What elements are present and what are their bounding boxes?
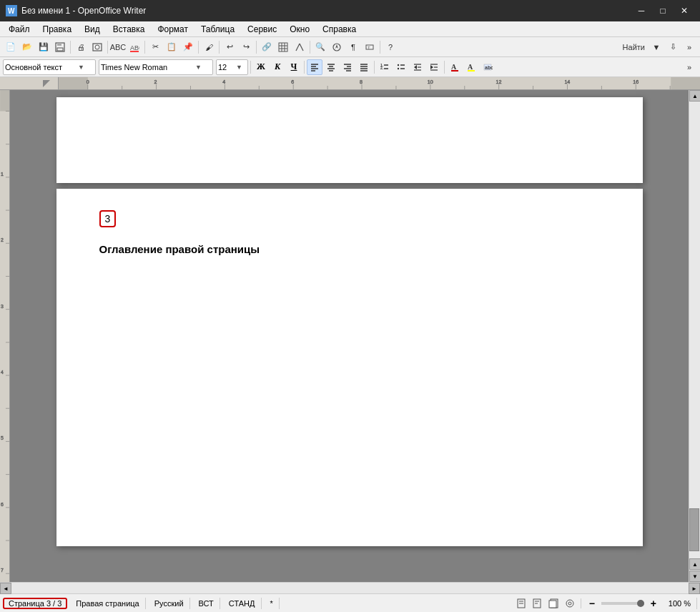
font-dropdown[interactable]: Times New Roman ▼: [99, 59, 213, 75]
toolbar-separator-5: [219, 41, 220, 54]
font-color-button[interactable]: A: [447, 59, 463, 75]
scroll-down-button[interactable]: ▼: [689, 571, 700, 582]
zoom-slider-area[interactable]: [601, 602, 644, 605]
open-button[interactable]: 📂: [19, 39, 35, 55]
doc-icon-3[interactable]: [548, 597, 561, 610]
toolbar2-expand[interactable]: »: [681, 59, 697, 75]
titlebar: W Без имени 1 - OpenOffice Writer ─ □ ✕: [0, 0, 700, 21]
italic-button[interactable]: К: [270, 59, 285, 75]
menu-help[interactable]: Справка: [317, 23, 362, 36]
menu-file[interactable]: Файл: [3, 23, 36, 36]
app-icon: W: [6, 5, 17, 16]
zoom-slider[interactable]: [601, 602, 644, 605]
style-dropdown[interactable]: Основной текст ▼: [3, 59, 96, 75]
format-separator-2: [304, 61, 305, 74]
toolbar-separator-8: [380, 41, 380, 54]
extra-button[interactable]: ⇩: [665, 39, 681, 55]
svg-text:10: 10: [428, 79, 433, 84]
unordered-list-button[interactable]: [393, 59, 409, 75]
status-right: − + 100 %: [516, 597, 697, 610]
underline-button[interactable]: Ч: [286, 59, 302, 75]
print-preview-button[interactable]: [89, 39, 105, 55]
align-justify-button[interactable]: [356, 59, 372, 75]
toolbar-expand[interactable]: »: [681, 39, 697, 55]
document-area[interactable]: 3 Оглавление правой страницы: [10, 90, 689, 582]
spell-check2-button[interactable]: ABC: [127, 39, 142, 55]
find-replace-button[interactable]: 🔍: [312, 39, 328, 55]
menu-window[interactable]: Окно: [284, 23, 315, 36]
paste-button[interactable]: 📌: [180, 39, 196, 55]
close-button[interactable]: ✕: [674, 4, 694, 18]
new-button[interactable]: 📄: [3, 39, 19, 55]
svg-rect-9: [279, 43, 287, 51]
menu-edit[interactable]: Правка: [37, 23, 78, 36]
format-separator-4: [444, 61, 445, 74]
copy-button[interactable]: 📋: [164, 39, 179, 55]
svg-point-122: [568, 602, 571, 605]
zoom-in-button[interactable]: +: [647, 597, 660, 610]
format-paintbrush-button[interactable]: 🖌: [201, 39, 217, 55]
language: Русский: [149, 598, 190, 609]
undo-button[interactable]: ↩: [222, 39, 237, 55]
more-button[interactable]: ¶: [345, 39, 361, 55]
scroll-right-button[interactable]: ►: [689, 583, 700, 594]
align-center-button[interactable]: [323, 59, 339, 75]
hyperlink-button[interactable]: 🔗: [259, 39, 275, 55]
fields-button[interactable]: T: [362, 39, 378, 55]
svg-text:6: 6: [291, 79, 294, 84]
cut-button[interactable]: ✂: [147, 39, 163, 55]
scroll-track[interactable]: [689, 102, 700, 558]
scroll-down-button-top[interactable]: ▲: [689, 558, 700, 570]
toolbar-separator-6: [256, 41, 257, 54]
page-heading: Оглавление правой страницы: [99, 243, 607, 255]
align-left-button[interactable]: [307, 59, 322, 75]
status-left: Страница 3 / 3 Правая страница Русский В…: [3, 598, 280, 609]
save-as-button[interactable]: [52, 39, 68, 55]
status-bar: Страница 3 / 3 Правая страница Русский В…: [0, 593, 700, 612]
redo-button[interactable]: ↪: [238, 39, 254, 55]
save-button[interactable]: 💾: [36, 39, 51, 55]
scroll-left-button[interactable]: ◄: [0, 583, 11, 594]
help-button[interactable]: ?: [383, 39, 398, 55]
decrease-indent-button[interactable]: [410, 59, 425, 75]
table-button[interactable]: [275, 39, 291, 55]
char-highlight-button[interactable]: abc: [480, 59, 496, 75]
maximize-button[interactable]: □: [653, 4, 673, 18]
scroll-up-button[interactable]: ▲: [689, 90, 700, 102]
find-toolbar-button[interactable]: ▼: [649, 39, 664, 55]
svg-rect-61: [671, 77, 700, 89]
print-button[interactable]: 🖨: [73, 39, 89, 55]
font-dropdown-arrow: ▼: [195, 64, 202, 71]
highlight-button[interactable]: A: [463, 59, 479, 75]
minimize-button[interactable]: ─: [631, 4, 651, 18]
bold-button[interactable]: Ж: [253, 59, 269, 75]
ordered-list-button[interactable]: 1.2.: [377, 59, 393, 75]
svg-text:W: W: [8, 7, 15, 15]
page-number-area: 3: [92, 210, 607, 235]
menu-tools[interactable]: Сервис: [242, 23, 282, 36]
menu-table[interactable]: Таблица: [195, 23, 240, 36]
svg-text:7: 7: [1, 568, 4, 573]
h-scroll-track[interactable]: [11, 583, 689, 593]
zoom-percent[interactable]: 100 %: [663, 598, 697, 609]
ruler-corner[interactable]: [34, 77, 59, 89]
menu-view[interactable]: Вид: [79, 23, 106, 36]
zoom-out-button[interactable]: −: [586, 597, 598, 610]
doc-icon-4[interactable]: [563, 597, 576, 610]
menu-insert[interactable]: Вставка: [107, 23, 151, 36]
doc-icon-1[interactable]: [516, 597, 529, 610]
selection-mode[interactable]: СТАНД: [223, 598, 262, 609]
scroll-thumb[interactable]: [689, 508, 699, 551]
spell-check-button[interactable]: ABC: [110, 39, 126, 55]
svg-text:14: 14: [564, 79, 570, 84]
align-right-button[interactable]: [340, 59, 355, 75]
zoom-slider-thumb[interactable]: [637, 600, 644, 607]
menu-format[interactable]: Формат: [152, 23, 194, 36]
insert-mode[interactable]: ВСТ: [193, 598, 220, 609]
navigator-button[interactable]: [329, 39, 345, 55]
doc-icon-2[interactable]: [532, 597, 545, 610]
page-count: Страница 3 / 3: [3, 598, 67, 609]
show-draw-functions[interactable]: [292, 39, 307, 55]
size-dropdown[interactable]: 12 ▼: [216, 59, 248, 75]
increase-indent-button[interactable]: [426, 59, 442, 75]
